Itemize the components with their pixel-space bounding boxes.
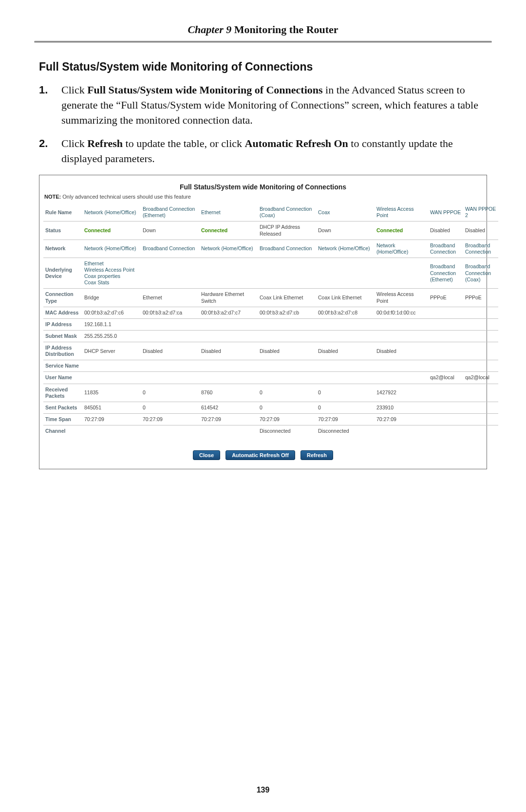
cell: Network (Home/Office) (82, 240, 141, 258)
auto-refresh-button[interactable]: Automatic Refresh Off (225, 450, 295, 460)
row-label: IP Address Distribution (43, 342, 82, 360)
button-row: Close Automatic Refresh Off Refresh (43, 450, 483, 460)
cell: Broadband Connection (428, 240, 463, 258)
cell: 0 (316, 402, 375, 413)
cell (428, 330, 463, 342)
cell: 00:0f:b3:a2:d7:ca (141, 307, 199, 318)
cell (258, 372, 316, 384)
status-table: Rule NameNetwork (Home/Office)Broadband … (43, 203, 498, 437)
cell (375, 372, 428, 384)
cell (428, 318, 463, 330)
cell: Connected (82, 221, 141, 240)
step-body: Click Refresh to update the table, or cl… (61, 136, 487, 166)
divider (34, 41, 492, 43)
cell: Broadband Connection (Ethernet) (141, 203, 199, 221)
cell (316, 372, 375, 384)
row-label: Subnet Mask (43, 330, 82, 342)
table-row: User Nameqa2@localqa2@local (43, 372, 498, 384)
row-label: Network (43, 240, 82, 258)
cell: Broadband Connection (258, 240, 316, 258)
table-row: Time Span70:27:0970:27:0970:27:0970:27:0… (43, 413, 498, 425)
cell: Connected (375, 221, 428, 240)
cell: Down (141, 221, 199, 240)
cell: Disabled (141, 342, 199, 360)
close-button[interactable]: Close (193, 450, 220, 460)
cell: 845051 (82, 402, 141, 413)
panel-note: NOTE: Only advanced technical users shou… (44, 194, 483, 200)
cell: Disabled (428, 221, 463, 240)
cell: 8760 (199, 384, 258, 402)
cell: 0 (316, 384, 375, 402)
cell (316, 318, 375, 330)
cell (428, 402, 463, 413)
cell (82, 372, 141, 384)
cell: Network (Home/Office) (375, 240, 428, 258)
cell (258, 258, 316, 289)
cell (141, 330, 199, 342)
cell (199, 425, 258, 437)
cell (375, 330, 428, 342)
table-row: NetworkNetwork (Home/Office)Broadband Co… (43, 240, 498, 258)
table-row: MAC Address00:0f:b3:a2:d7:c600:0f:b3:a2:… (43, 307, 498, 318)
table-row: Connection TypeBridgeEthernetHardware Et… (43, 289, 498, 307)
row-label: Underlying Device (43, 258, 82, 289)
step-1: 1. Click Full Status/System wide Monitor… (39, 82, 487, 128)
cell (428, 384, 463, 402)
table-row: Sent Packets845051061454200233910 (43, 402, 498, 413)
row-label: User Name (43, 372, 82, 384)
cell: 0 (258, 384, 316, 402)
cell: Bridge (82, 289, 141, 307)
cell: Coax Link Ethernet (258, 289, 316, 307)
cell (258, 330, 316, 342)
cell (141, 258, 199, 289)
cell (463, 330, 498, 342)
section-title: Full Status/System wide Monitoring of Co… (39, 60, 487, 74)
cell: 70:27:09 (141, 413, 199, 425)
cell: 00:0d:f0:1d:00:cc (375, 307, 428, 318)
cell: Disabled (463, 221, 498, 240)
cell (428, 413, 463, 425)
table-row: Subnet Mask255.255.255.0 (43, 330, 498, 342)
row-label: IP Address (43, 318, 82, 330)
cell (82, 360, 141, 372)
cell (428, 307, 463, 318)
cell (463, 307, 498, 318)
cell: Broadband Connection (463, 240, 498, 258)
cell (199, 330, 258, 342)
cell (199, 372, 258, 384)
cell (141, 318, 199, 330)
cell (316, 330, 375, 342)
row-label: Channel (43, 425, 82, 437)
cell: Disabled (258, 342, 316, 360)
cell (463, 384, 498, 402)
cell: Hardware Ethernet Switch (199, 289, 258, 307)
cell: Ethernet (199, 203, 258, 221)
cell: 00:0f:b3:a2:d7:c6 (82, 307, 141, 318)
cell: 614542 (199, 402, 258, 413)
refresh-button[interactable]: Refresh (301, 450, 333, 460)
cell: Disabled (199, 342, 258, 360)
cell: qa2@local (428, 372, 463, 384)
cell: PPPoE (428, 289, 463, 307)
cell: WAN PPPOE 2 (463, 203, 498, 221)
cell: PPPoE (463, 289, 498, 307)
cell: Disconnected (258, 425, 316, 437)
cell: 00:0f:b3:a2:d7:c7 (199, 307, 258, 318)
table-row: Underlying DeviceEthernetWireless Access… (43, 258, 498, 289)
cell (375, 258, 428, 289)
cell: 0 (258, 402, 316, 413)
cell: Broadband Connection (Coax) (258, 203, 316, 221)
table-row: IP Address192.168.1.1 (43, 318, 498, 330)
cell: Wireless Access Point (375, 203, 428, 221)
step-num: 2. (39, 136, 61, 151)
cell: 00:0f:b3:a2:d7:c8 (316, 307, 375, 318)
row-label: Sent Packets (43, 402, 82, 413)
cell (463, 413, 498, 425)
cell (141, 372, 199, 384)
table-row: Service Name (43, 360, 498, 372)
cell: Disabled (316, 342, 375, 360)
cell: Disconnected (316, 425, 375, 437)
cell: 70:27:09 (199, 413, 258, 425)
cell: WAN PPPOE (428, 203, 463, 221)
row-label: Received Packets (43, 384, 82, 402)
